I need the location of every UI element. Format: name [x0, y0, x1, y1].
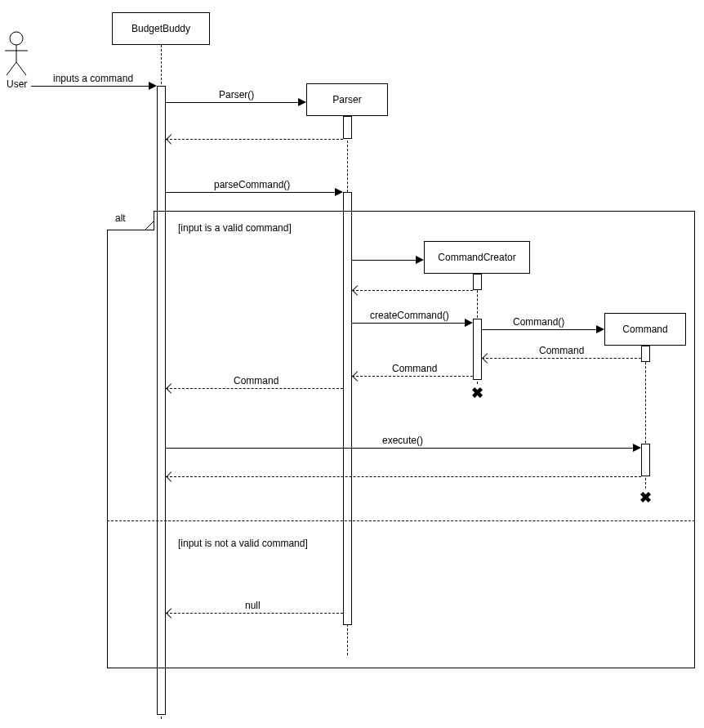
arrowhead	[149, 82, 157, 90]
svg-line-4	[16, 62, 26, 75]
arrowhead	[416, 256, 424, 264]
arrowhead	[335, 188, 343, 196]
msg-execute	[166, 448, 633, 449]
activation-parser-1	[343, 116, 352, 139]
svg-point-0	[10, 32, 23, 45]
msg-createcommand	[352, 323, 465, 324]
guard-valid: [input is a valid command]	[178, 222, 292, 234]
alt-label: alt	[115, 212, 126, 224]
lifeline-label: BudgetBuddy	[131, 23, 190, 34]
actor-icon	[2, 31, 31, 77]
return-command-1	[482, 358, 641, 359]
actor-label: User	[7, 78, 27, 90]
actor-user	[2, 31, 31, 79]
alt-divider	[107, 520, 695, 521]
lifeline-head-budgetbuddy: BudgetBuddy	[112, 12, 210, 45]
msg-label: execute()	[382, 435, 423, 446]
msg-label: Command()	[513, 316, 564, 328]
lifeline-head-parser: Parser	[306, 83, 388, 116]
msg-label: null	[245, 600, 261, 611]
arrowhead	[298, 98, 306, 106]
guard-invalid: [input is not a valid command]	[178, 538, 308, 549]
msg-command-ctor	[482, 329, 596, 330]
return-null	[166, 613, 343, 614]
return-execute	[166, 476, 641, 477]
msg-label: Command	[234, 375, 278, 386]
destroy-command: ✖	[639, 489, 652, 507]
msg-commandcreator-create	[352, 260, 416, 261]
msg-inputs-command	[31, 86, 149, 87]
msg-label: Command	[392, 363, 437, 374]
msg-parsecommand	[166, 192, 335, 193]
arrowhead	[596, 325, 604, 333]
sequence-diagram: User BudgetBuddy Parser CommandCreator C…	[0, 0, 704, 728]
return-command-3	[166, 388, 343, 389]
return-command-2	[352, 376, 473, 377]
msg-label: Parser()	[219, 89, 254, 100]
msg-label: Command	[539, 345, 584, 356]
arrowhead	[166, 134, 176, 145]
msg-label: parseCommand()	[214, 179, 290, 190]
lifeline-label: Parser	[332, 94, 361, 105]
msg-label: inputs a command	[53, 73, 133, 84]
svg-line-3	[7, 62, 16, 75]
return-commandcreator-create	[352, 290, 473, 291]
destroy-commandcreator: ✖	[471, 384, 483, 402]
msg-label: createCommand()	[370, 310, 449, 321]
alt-operator: alt	[107, 211, 154, 230]
return-parser-ctor	[166, 139, 343, 140]
arrowhead	[633, 444, 641, 452]
svg-line-5	[145, 221, 154, 230]
arrowhead	[465, 319, 473, 327]
msg-parser-ctor	[166, 102, 298, 103]
